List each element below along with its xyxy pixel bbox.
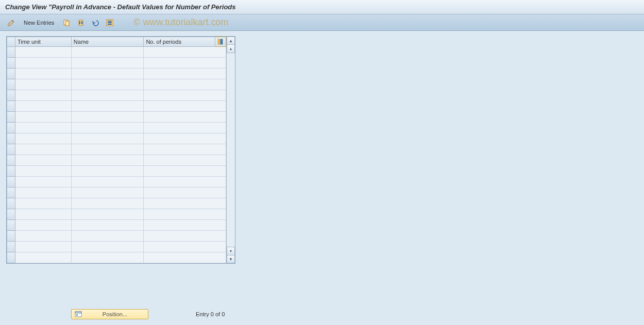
scroll-track[interactable] <box>227 53 235 247</box>
cell-no-of-periods[interactable] <box>144 144 226 155</box>
cell-time-unit[interactable] <box>15 90 71 101</box>
cell-name[interactable] <box>71 79 144 90</box>
new-entries-button[interactable]: New Entries <box>20 17 58 28</box>
cell-time-unit[interactable] <box>15 123 71 133</box>
cell-no-of-periods[interactable] <box>144 242 226 252</box>
cell-no-of-periods[interactable] <box>144 177 226 187</box>
cell-time-unit[interactable] <box>15 133 71 144</box>
cell-name[interactable] <box>71 209 144 220</box>
cell-no-of-periods[interactable] <box>144 209 226 220</box>
cell-no-of-periods[interactable] <box>144 69 226 79</box>
table-row[interactable] <box>7 133 226 144</box>
cell-time-unit[interactable] <box>15 112 71 123</box>
row-selector[interactable] <box>7 252 15 263</box>
table-row[interactable] <box>7 144 226 155</box>
row-selector[interactable] <box>7 187 15 198</box>
scroll-up-step-icon[interactable]: ▴ <box>227 45 235 53</box>
cell-name[interactable] <box>71 166 144 177</box>
table-row[interactable] <box>7 155 226 166</box>
cell-name[interactable] <box>71 220 144 231</box>
table-row[interactable] <box>7 79 226 90</box>
table-row[interactable] <box>7 209 226 220</box>
cell-no-of-periods[interactable] <box>144 198 226 209</box>
cell-time-unit[interactable] <box>15 242 71 252</box>
position-button[interactable]: Position... <box>71 309 148 319</box>
undo-icon[interactable] <box>89 17 101 28</box>
cell-time-unit[interactable] <box>15 166 71 177</box>
cell-time-unit[interactable] <box>15 69 71 79</box>
cell-name[interactable] <box>71 101 144 112</box>
cell-name[interactable] <box>71 47 144 58</box>
edit-icon[interactable] <box>5 17 18 28</box>
row-selector[interactable] <box>7 112 15 123</box>
copy-icon[interactable] <box>60 17 73 28</box>
cell-name[interactable] <box>71 155 144 166</box>
scroll-down-step-icon[interactable]: ▾ <box>227 247 235 255</box>
cell-name[interactable] <box>71 123 144 133</box>
cell-time-unit[interactable] <box>15 220 71 231</box>
row-selector[interactable] <box>7 47 15 58</box>
cell-time-unit[interactable] <box>15 144 71 155</box>
table-row[interactable] <box>7 90 226 101</box>
cell-no-of-periods[interactable] <box>144 47 226 58</box>
column-header-time-unit[interactable]: Time unit <box>15 37 71 47</box>
cell-time-unit[interactable] <box>15 155 71 166</box>
column-header-no-of-periods[interactable]: No. of periods <box>144 37 215 47</box>
cell-no-of-periods[interactable] <box>144 220 226 231</box>
table-row[interactable] <box>7 187 226 198</box>
column-header-name[interactable]: Name <box>71 37 144 47</box>
cell-name[interactable] <box>71 90 144 101</box>
table-row[interactable] <box>7 198 226 209</box>
row-selector[interactable] <box>7 133 15 144</box>
cell-no-of-periods[interactable] <box>144 133 226 144</box>
table-row[interactable] <box>7 252 226 263</box>
table-row[interactable] <box>7 177 226 187</box>
table-row[interactable] <box>7 242 226 252</box>
cell-name[interactable] <box>71 242 144 252</box>
row-selector[interactable] <box>7 220 15 231</box>
cell-name[interactable] <box>71 187 144 198</box>
cell-name[interactable] <box>71 133 144 144</box>
table-row[interactable] <box>7 58 226 69</box>
cell-name[interactable] <box>71 177 144 187</box>
table-row[interactable] <box>7 231 226 242</box>
cell-name[interactable] <box>71 252 144 263</box>
row-selector[interactable] <box>7 166 15 177</box>
cell-no-of-periods[interactable] <box>144 101 226 112</box>
table-config-icon[interactable] <box>215 37 226 47</box>
table-row[interactable] <box>7 47 226 58</box>
row-selector[interactable] <box>7 155 15 166</box>
cell-no-of-periods[interactable] <box>144 155 226 166</box>
table-row[interactable] <box>7 69 226 79</box>
row-selector[interactable] <box>7 209 15 220</box>
cell-no-of-periods[interactable] <box>144 58 226 69</box>
scroll-up-icon[interactable]: ▲ <box>227 37 235 45</box>
table-row[interactable] <box>7 123 226 133</box>
cell-no-of-periods[interactable] <box>144 252 226 263</box>
cell-name[interactable] <box>71 198 144 209</box>
table-row[interactable] <box>7 101 226 112</box>
cell-name[interactable] <box>71 69 144 79</box>
cell-time-unit[interactable] <box>15 209 71 220</box>
cell-no-of-periods[interactable] <box>144 187 226 198</box>
table-row[interactable] <box>7 166 226 177</box>
select-all-header[interactable] <box>7 37 15 47</box>
row-selector[interactable] <box>7 101 15 112</box>
cell-no-of-periods[interactable] <box>144 123 226 133</box>
table-row[interactable] <box>7 220 226 231</box>
row-selector[interactable] <box>7 123 15 133</box>
cell-time-unit[interactable] <box>15 79 71 90</box>
vertical-scrollbar[interactable]: ▲ ▴ ▾ ▼ <box>226 37 235 263</box>
row-selector[interactable] <box>7 58 15 69</box>
row-selector[interactable] <box>7 90 15 101</box>
delete-icon[interactable] <box>75 17 87 28</box>
cell-time-unit[interactable] <box>15 231 71 242</box>
row-selector[interactable] <box>7 79 15 90</box>
cell-no-of-periods[interactable] <box>144 166 226 177</box>
row-selector[interactable] <box>7 69 15 79</box>
cell-no-of-periods[interactable] <box>144 79 226 90</box>
cell-name[interactable] <box>71 58 144 69</box>
cell-time-unit[interactable] <box>15 198 71 209</box>
cell-no-of-periods[interactable] <box>144 231 226 242</box>
cell-time-unit[interactable] <box>15 101 71 112</box>
